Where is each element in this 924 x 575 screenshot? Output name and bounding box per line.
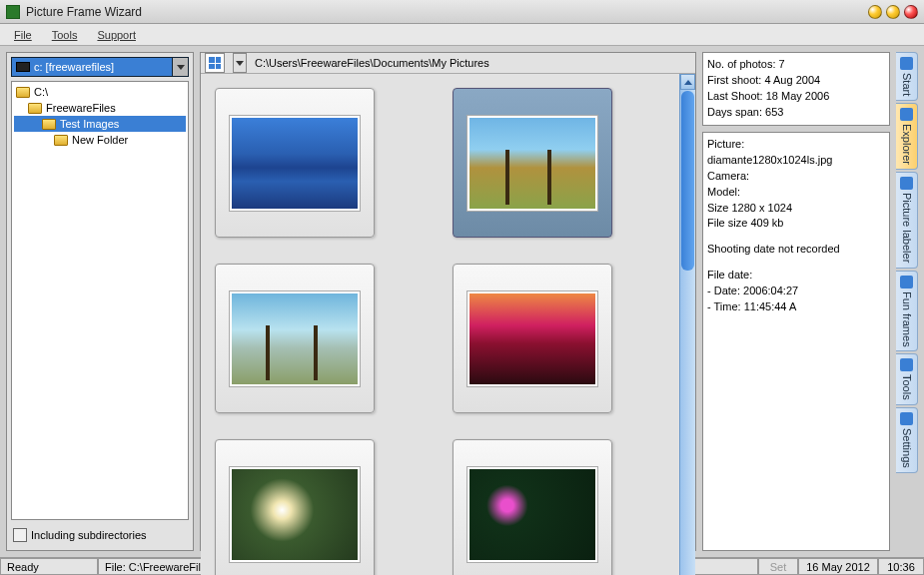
side-tabs: Start Explorer Picture labeler Fun frame… bbox=[896, 52, 918, 551]
photo-image bbox=[467, 467, 597, 562]
detail-model: Model: bbox=[707, 185, 885, 201]
star-icon bbox=[900, 276, 913, 288]
summary-photos: No. of photos: 7 bbox=[707, 57, 885, 73]
thumbnail-4[interactable] bbox=[453, 264, 612, 413]
menubar: File Tools Support bbox=[0, 24, 924, 46]
photo-image bbox=[230, 467, 360, 562]
tab-label: Fun frames bbox=[901, 291, 913, 347]
star-icon bbox=[900, 358, 913, 371]
menu-file[interactable]: File bbox=[6, 27, 40, 43]
tab-settings[interactable]: Settings bbox=[896, 407, 918, 473]
close-button[interactable] bbox=[904, 5, 918, 19]
thumbnails-icon bbox=[209, 57, 221, 69]
detail-size: Size 1280 x 1024 bbox=[707, 201, 885, 217]
gallery bbox=[201, 74, 695, 575]
chevron-down-icon bbox=[236, 61, 244, 66]
photo-image bbox=[230, 291, 360, 386]
minimize-button[interactable] bbox=[868, 5, 882, 19]
current-path: C:\Users\FreewareFiles\Documents\My Pict… bbox=[255, 57, 489, 69]
tab-explorer[interactable]: Explorer bbox=[896, 103, 918, 170]
detail-picture-label: Picture: bbox=[707, 137, 885, 153]
tree-root[interactable]: C:\ bbox=[14, 84, 186, 100]
drive-label: c: [freewarefiles] bbox=[34, 61, 114, 73]
thumbnail-3[interactable] bbox=[215, 264, 375, 413]
gallery-inner[interactable] bbox=[201, 74, 679, 575]
titlebar: Picture Frame Wizard bbox=[0, 0, 924, 24]
view-dropdown[interactable] bbox=[233, 53, 247, 73]
photo-image bbox=[467, 291, 597, 386]
folder-icon bbox=[28, 103, 42, 114]
app-icon bbox=[6, 5, 20, 19]
tab-tools[interactable]: Tools bbox=[896, 353, 918, 405]
detail-filedate-label: File date: bbox=[707, 268, 885, 284]
tree-label: New Folder bbox=[72, 134, 128, 146]
menu-support[interactable]: Support bbox=[89, 27, 144, 43]
detail-shooting: Shooting date not recorded bbox=[707, 242, 885, 258]
folder-icon bbox=[54, 135, 68, 146]
detail-camera: Camera: bbox=[707, 169, 885, 185]
tab-label: Start bbox=[901, 73, 913, 96]
detail-filesize: File size 409 kb bbox=[707, 216, 885, 232]
gallery-scrollbar[interactable] bbox=[679, 74, 695, 575]
main-area: c: [freewarefiles] C:\ FreewareFiles Tes… bbox=[0, 46, 924, 557]
tree-label: C:\ bbox=[34, 86, 48, 98]
tab-label: Picture labeler bbox=[901, 193, 913, 263]
summary-span: Days span: 653 bbox=[707, 105, 885, 121]
arrow-up-icon bbox=[684, 80, 692, 85]
star-icon bbox=[900, 108, 913, 121]
tab-label: Tools bbox=[901, 374, 913, 400]
detail-time: - Time: 11:45:44 A bbox=[707, 299, 885, 315]
star-icon bbox=[900, 57, 913, 70]
status-set: Set bbox=[758, 558, 798, 575]
tree-new-folder[interactable]: New Folder bbox=[14, 132, 186, 148]
scroll-track[interactable] bbox=[680, 272, 695, 575]
tab-label: Settings bbox=[901, 428, 913, 468]
photo-image bbox=[467, 116, 597, 211]
thumbnail-2-selected[interactable] bbox=[453, 88, 612, 238]
folder-open-icon bbox=[42, 119, 56, 130]
star-icon bbox=[900, 177, 913, 190]
tree-label: FreewareFiles bbox=[46, 102, 116, 114]
include-subdirs-checkbox[interactable] bbox=[13, 528, 27, 542]
detail-picture-name: diamante1280x1024ls.jpg bbox=[707, 153, 885, 169]
status-ready: Ready bbox=[0, 558, 98, 575]
drive-selector[interactable]: c: [freewarefiles] bbox=[11, 57, 189, 77]
tab-label: Explorer bbox=[901, 124, 913, 165]
summary-box: No. of photos: 7 First shoot: 4 Aug 2004… bbox=[702, 52, 890, 126]
photo-image bbox=[230, 116, 360, 211]
path-bar: C:\Users\FreewareFiles\Documents\My Pict… bbox=[201, 53, 695, 74]
tab-picture-labeler[interactable]: Picture labeler bbox=[896, 172, 918, 268]
tree-freewarefiles[interactable]: FreewareFiles bbox=[14, 100, 186, 116]
include-subdirs-row[interactable]: Including subdirectories bbox=[11, 524, 189, 546]
view-thumbnails-button[interactable] bbox=[205, 53, 225, 73]
folder-icon bbox=[16, 87, 30, 98]
tree-test-images[interactable]: Test Images bbox=[14, 116, 186, 132]
scroll-thumb[interactable] bbox=[681, 91, 694, 271]
drive-icon bbox=[16, 62, 30, 72]
drive-dropdown-button[interactable] bbox=[172, 58, 188, 76]
scroll-up-button[interactable] bbox=[680, 74, 695, 90]
window-title: Picture Frame Wizard bbox=[26, 5, 864, 19]
summary-last: Last Shoot: 18 May 2006 bbox=[707, 89, 885, 105]
tab-start[interactable]: Start bbox=[896, 52, 918, 101]
status-time: 10:36 bbox=[878, 558, 924, 575]
chevron-down-icon bbox=[177, 65, 185, 70]
detail-box: Picture: diamante1280x1024ls.jpg Camera:… bbox=[702, 132, 890, 551]
folder-tree[interactable]: C:\ FreewareFiles Test Images New Folder bbox=[11, 81, 189, 520]
detail-date: - Date: 2006:04:27 bbox=[707, 284, 885, 299]
tree-label: Test Images bbox=[60, 118, 119, 130]
thumbnail-6[interactable] bbox=[453, 439, 612, 575]
right-panel: No. of photos: 7 First shoot: 4 Aug 2004… bbox=[702, 52, 890, 551]
left-panel: c: [freewarefiles] C:\ FreewareFiles Tes… bbox=[6, 52, 194, 551]
tab-fun-frames[interactable]: Fun frames bbox=[896, 271, 918, 352]
menu-tools[interactable]: Tools bbox=[44, 27, 86, 43]
maximize-button[interactable] bbox=[886, 5, 900, 19]
center-panel: C:\Users\FreewareFiles\Documents\My Pict… bbox=[200, 52, 696, 551]
thumbnail-5[interactable] bbox=[215, 439, 375, 575]
star-icon bbox=[900, 412, 913, 425]
status-date: 16 May 2012 bbox=[798, 558, 878, 575]
include-subdirs-label: Including subdirectories bbox=[31, 529, 147, 541]
summary-first: First shoot: 4 Aug 2004 bbox=[707, 73, 885, 89]
thumbnail-1[interactable] bbox=[215, 88, 375, 238]
